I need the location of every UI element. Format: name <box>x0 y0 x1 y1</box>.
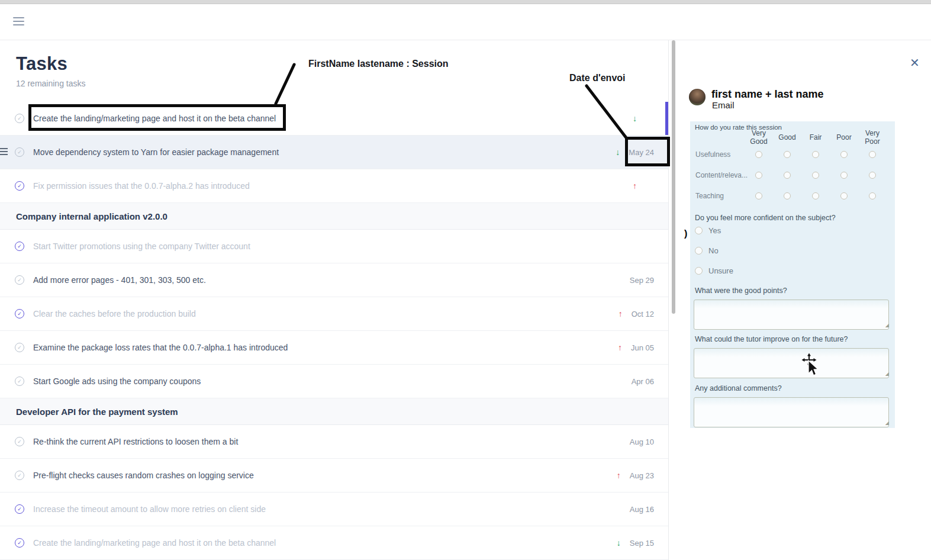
task-row[interactable]: ✓Clear the caches before the production … <box>0 297 668 331</box>
rating-radio[interactable] <box>812 192 819 199</box>
rating-cell <box>745 172 773 179</box>
rating-radio[interactable] <box>869 172 876 179</box>
rating-cell <box>745 151 773 158</box>
page-title: Tasks <box>16 53 668 75</box>
rating-radio[interactable] <box>812 172 819 179</box>
rating-cell <box>858 151 887 158</box>
task-list: ✓Create the landing/marketing page and h… <box>0 102 668 560</box>
rating-row-label: Content/releva... <box>694 171 745 179</box>
task-row[interactable]: ✓Add more error pages - 401, 301, 303, 5… <box>0 263 668 297</box>
hamburger-menu-icon[interactable] <box>13 17 24 27</box>
task-row[interactable]: ✓Fix permission issues that the 0.0.7-al… <box>0 169 668 203</box>
text-question-label: Any additional comments? <box>694 384 890 392</box>
confidence-radio[interactable] <box>695 267 703 275</box>
task-title: Clear the caches before the production b… <box>33 309 196 318</box>
answer-textarea[interactable] <box>694 300 889 330</box>
task-checkbox[interactable]: ✓ <box>15 309 24 318</box>
priority-down-icon: ↓ <box>617 539 621 547</box>
task-checkbox[interactable]: ✓ <box>15 147 24 157</box>
task-meta: ↓May 24 <box>616 148 654 157</box>
rating-column-header: Good <box>773 133 801 141</box>
answer-textarea[interactable] <box>694 348 889 378</box>
rating-radio[interactable] <box>755 192 762 199</box>
confidence-option[interactable]: No <box>695 246 733 255</box>
task-meta: ↑Jun 05 <box>618 343 654 352</box>
task-title: Pre-flight checks causes random crashes … <box>33 471 254 480</box>
confidence-radio[interactable] <box>695 247 703 255</box>
text-question-block: Any additional comments?◢ <box>694 384 890 427</box>
text-question-block: What were the good points?◢ <box>694 287 890 330</box>
task-checkbox[interactable]: ✓ <box>15 437 24 446</box>
task-meta: ↑Oct 12 <box>618 310 654 318</box>
rating-cell <box>858 172 887 179</box>
task-meta: ↓Sep 15 <box>617 539 654 548</box>
task-row[interactable]: ✓Create the landing/marketing page and h… <box>0 102 668 136</box>
task-row[interactable]: ✓Re-think the current API restrictions t… <box>0 425 668 459</box>
task-title: Increase the timeout amount to allow mor… <box>33 504 266 514</box>
rating-radio[interactable] <box>784 192 791 199</box>
task-checkbox[interactable]: ✓ <box>15 504 24 514</box>
task-list-pane: Tasks 12 remaining tasks ✓Create the lan… <box>0 40 669 560</box>
rating-cell <box>773 151 801 158</box>
rating-radio[interactable] <box>840 192 848 199</box>
due-date: Jun 05 <box>631 343 654 352</box>
task-checkbox[interactable]: ✓ <box>15 275 24 285</box>
task-checkbox[interactable]: ✓ <box>15 471 24 480</box>
rating-radio[interactable] <box>869 192 876 199</box>
task-row[interactable]: ✓Pre-flight checks causes random crashes… <box>0 459 668 493</box>
task-meta: Aug 16 <box>630 505 654 514</box>
rating-radio[interactable] <box>755 172 762 179</box>
task-title: Create the landing/marketing page and ho… <box>33 538 276 548</box>
task-meta: ↑ <box>633 182 654 190</box>
confidence-option[interactable]: Unsure <box>695 266 733 275</box>
rating-column-header: Very Good <box>745 129 773 146</box>
task-title: Examine the package loss rates that the … <box>33 343 288 352</box>
drag-handle-icon[interactable] <box>0 148 8 157</box>
confidence-question-label: Do you feel more confident on the subjec… <box>695 214 836 222</box>
priority-up-icon: ↑ <box>633 182 637 190</box>
task-checkbox[interactable]: ✓ <box>15 114 24 123</box>
task-row[interactable]: ✓Create the landing/marketing page and h… <box>0 526 668 560</box>
confidence-option[interactable]: Yes <box>695 226 733 235</box>
rating-grid: Very GoodGoodFairPoorVery PoorUsefulness… <box>694 131 887 206</box>
task-checkbox[interactable]: ✓ <box>15 181 24 191</box>
answer-textarea[interactable] <box>694 397 889 427</box>
close-icon[interactable]: ✕ <box>910 56 920 70</box>
rating-cell <box>773 192 801 199</box>
app-header <box>0 5 931 40</box>
priority-up-icon: ↑ <box>617 471 621 479</box>
page-head: Tasks 12 remaining tasks <box>0 40 668 102</box>
text-question-label: What were the good points? <box>694 287 890 295</box>
vertical-scrollbar-thumb[interactable] <box>672 40 675 314</box>
rating-radio[interactable] <box>784 151 791 158</box>
rating-radio[interactable] <box>840 151 848 158</box>
priority-down-icon: ↓ <box>616 148 620 156</box>
rating-radio[interactable] <box>869 151 876 158</box>
task-row[interactable]: ✓Increase the timeout amount to allow mo… <box>0 493 668 526</box>
priority-up-icon: ↑ <box>618 310 623 318</box>
task-row[interactable]: ✓Start Google ads using the company coup… <box>0 365 668 398</box>
rating-radio[interactable] <box>812 151 819 158</box>
task-meta: Aug 10 <box>630 437 654 446</box>
task-row[interactable]: ✓Examine the package loss rates that the… <box>0 331 668 365</box>
task-checkbox[interactable]: ✓ <box>15 376 24 386</box>
task-checkbox[interactable]: ✓ <box>15 242 24 251</box>
textarea-wrap: ◢ <box>694 397 890 427</box>
rating-radio[interactable] <box>840 172 848 179</box>
rating-radio[interactable] <box>784 172 791 179</box>
task-checkbox[interactable]: ✓ <box>15 343 24 352</box>
rating-radio[interactable] <box>755 151 762 158</box>
confidence-radio[interactable] <box>695 227 703 234</box>
task-row[interactable]: ✓Move dependency system to Yarn for easi… <box>0 136 668 169</box>
task-meta: ↑Aug 23 <box>617 471 654 480</box>
task-meta: Sep 29 <box>630 276 654 285</box>
due-date: Sep 29 <box>630 276 654 285</box>
task-checkbox[interactable]: ✓ <box>15 538 24 548</box>
due-date: Sep 15 <box>630 539 654 548</box>
text-question-label: What could the tutor improve on for the … <box>694 335 890 343</box>
task-title: Start Twitter promotions using the compa… <box>33 242 250 251</box>
task-row[interactable]: ✓Start Twitter promotions using the comp… <box>0 230 668 263</box>
task-title: Create the landing/marketing page and ho… <box>33 114 276 123</box>
rating-cell <box>773 172 801 179</box>
rating-column-header: Fair <box>801 133 830 141</box>
